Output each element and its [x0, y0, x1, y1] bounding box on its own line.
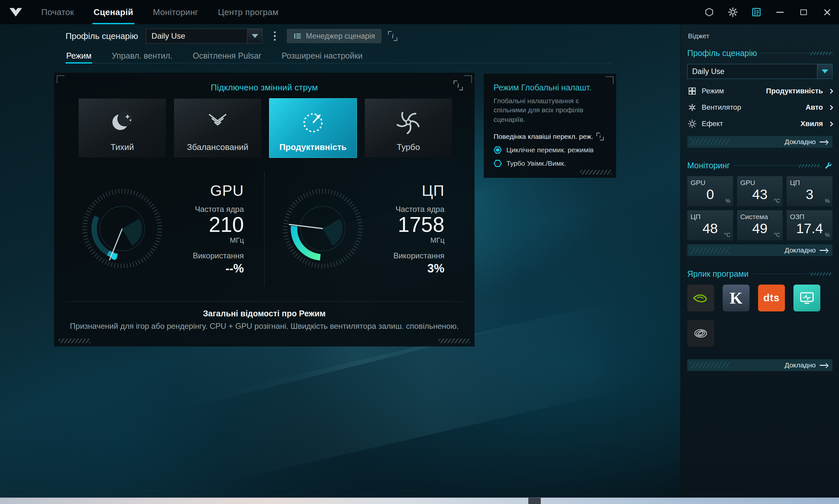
profile-more-button[interactable]: Докладно: [687, 136, 833, 148]
gpu-readout: GPU Частота ядра 210 МГц Використання --…: [165, 182, 264, 275]
predator-logo-icon: [8, 7, 23, 17]
shortcuts-more-button[interactable]: Докладно: [687, 359, 833, 371]
mode-key-behavior-label: Поведінка клавіші перекл. реж.: [493, 133, 593, 141]
spiral-icon: [691, 324, 710, 343]
chevron-down-icon[interactable]: [247, 29, 262, 43]
more-options-button[interactable]: [269, 29, 280, 43]
corner-decoration: [606, 76, 613, 84]
info-icon[interactable]: i: [454, 80, 463, 90]
tab-pulsar-lighting[interactable]: Освітлення Pulsar: [192, 49, 262, 63]
gpu-freq-label: Частота ядра: [165, 205, 244, 214]
tab-advanced-settings[interactable]: Розширені настройки: [281, 49, 363, 63]
header-decoration: [734, 164, 821, 168]
hatch-decoration: [438, 339, 470, 343]
monitor-tile-cpu-usage: ЦП 3 %: [787, 176, 833, 206]
widget-panel-button[interactable]: [745, 0, 768, 24]
mode-info-title: Загальні відомості про Режим: [66, 309, 463, 318]
info-glyph: i: [599, 134, 601, 140]
mode-card-balanced[interactable]: Збалансований: [174, 98, 262, 158]
wrench-icon: [824, 161, 833, 170]
close-icon: [824, 8, 831, 16]
chevron-down-icon[interactable]: [817, 64, 832, 78]
nav-scenario[interactable]: Сценарій: [84, 0, 143, 24]
cpu-readout: ЦП Частота ядра 1758 МГц Використання 3%: [366, 182, 465, 275]
hatch-decoration: [580, 170, 612, 175]
mode-card-label: Збалансований: [187, 142, 248, 152]
cpu-freq-label: Частота ядра: [366, 205, 444, 214]
app-nvidia[interactable]: [687, 285, 714, 311]
header-decoration: [761, 51, 833, 55]
maximize-icon: [800, 10, 807, 15]
widget-row-label: Ефект: [702, 120, 796, 128]
app-screen-mirror[interactable]: [793, 285, 820, 311]
fan-small-icon: [687, 103, 697, 112]
gauges-section: GPU Частота ядра 210 МГц Використання --…: [64, 171, 465, 286]
mode-card-label: Турбо: [397, 142, 420, 152]
close-button[interactable]: [816, 0, 839, 24]
info-icon[interactable]: i: [388, 31, 397, 41]
monitoring-more-button[interactable]: Докладно: [687, 244, 833, 256]
profile-dropdown[interactable]: Daily Use: [146, 29, 263, 43]
planet9-button[interactable]: [697, 0, 721, 24]
gpu-usage-value: --%: [165, 262, 244, 275]
radio-cycle-modes[interactable]: Циклічне перемик. режимів: [493, 146, 606, 154]
mode-info-footer: Загальні відомості про Режим Призначений…: [66, 301, 463, 331]
widget-row-effect[interactable]: Ефект Хвиля: [687, 115, 833, 132]
mode-card-performance[interactable]: Продуктивність: [269, 98, 357, 158]
mode-card-turbo[interactable]: Турбо: [364, 98, 452, 158]
nav-app-center[interactable]: Центр програм: [208, 0, 289, 24]
gpu-freq-value: 210: [165, 214, 244, 236]
widget-row-mode[interactable]: Режим Продуктивність: [687, 83, 833, 99]
widget-profile-dropdown[interactable]: Daily Use: [687, 64, 833, 79]
mode-panel: Підключено змінний струм i Тихий: [54, 73, 475, 346]
gpu-freq-unit: МГц: [165, 236, 244, 245]
tile-label: ОЗП: [790, 213, 804, 221]
radio-turbo-toggle[interactable]: Турбо Увімк./Вимк.: [493, 160, 606, 167]
main-nav: Початок Сценарій Моніторинг Центр програ…: [32, 0, 289, 24]
cpu-usage-value: 3%: [366, 262, 444, 275]
monitoring-settings-button[interactable]: [824, 161, 833, 170]
mode-card-quiet[interactable]: Тихий: [78, 98, 166, 158]
widget-profile-header: Профіль сценарію: [687, 49, 833, 58]
monitoring-grid: GPU 0 % GPU 43 °C ЦП 3 % ЦП 48 °C Систем…: [687, 176, 833, 240]
info-glyph: i: [457, 82, 459, 89]
tab-mode[interactable]: Режим: [66, 49, 92, 63]
app-spiral[interactable]: [687, 320, 714, 347]
scenario-manager-label: Менеджер сценарія: [306, 32, 375, 41]
more-label: Докладно: [785, 361, 816, 369]
titlebar-actions: [697, 0, 839, 24]
profile-label: Профіль сценарію: [66, 31, 138, 41]
corner-decoration: [57, 75, 65, 83]
maximize-button[interactable]: [792, 0, 816, 24]
predatorsense-window: Початок Сценарій Моніторинг Центр програ…: [0, 0, 839, 504]
info-icon[interactable]: i: [596, 133, 604, 141]
hatch-decoration: [59, 339, 90, 343]
scenario-manager-button[interactable]: Менеджер сценарія: [287, 29, 382, 43]
app-dts[interactable]: dts: [758, 285, 785, 311]
nav-home[interactable]: Початок: [32, 0, 84, 24]
settings-button[interactable]: [721, 0, 745, 24]
widget-monitoring-header: Моніторинг: [687, 161, 833, 170]
taskbar-notch: [528, 498, 541, 504]
nav-monitoring[interactable]: Моніторинг: [143, 0, 208, 24]
tab-fan-control[interactable]: Управл. вентил.: [111, 49, 173, 63]
mode-card-label: Тихий: [110, 142, 134, 152]
widget-row-value: Авто: [806, 103, 823, 112]
gpu-gauge-block: GPU Частота ядра 210 МГц Використання --…: [64, 171, 264, 286]
hexagon-icon: [705, 7, 714, 17]
gear-icon: [728, 7, 738, 17]
radio-label: Циклічне перемик. режимів: [506, 146, 594, 154]
widget-sidebar: Віджет Профіль сценарію Daily Use Режим …: [680, 24, 839, 498]
tile-unit: %: [726, 198, 731, 204]
arrow-right-icon: [820, 363, 828, 368]
widget-row-fan[interactable]: Вентилятор Авто: [687, 99, 833, 115]
tile-unit: %: [825, 198, 830, 204]
main-content: Профіль сценарію Daily Use Менеджер сцен…: [0, 24, 680, 498]
minimize-button[interactable]: [768, 0, 792, 24]
list-icon: [293, 32, 302, 40]
mode-card-label: Продуктивність: [279, 142, 346, 152]
app-killer[interactable]: K: [723, 285, 750, 311]
more-label: Докладно: [785, 246, 816, 254]
profile-dropdown-value: Daily Use: [146, 32, 247, 41]
predator-logo[interactable]: [0, 0, 32, 24]
